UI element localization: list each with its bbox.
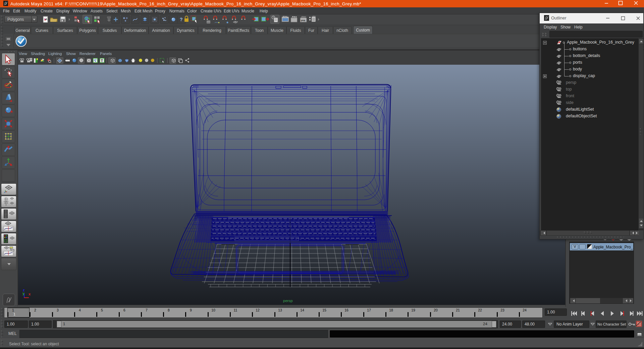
svg-text:IPR: IPR — [301, 19, 306, 22]
svg-text:?: ? — [180, 17, 183, 22]
svg-text:T: T — [101, 59, 103, 63]
svg-text:x: x — [29, 292, 31, 296]
